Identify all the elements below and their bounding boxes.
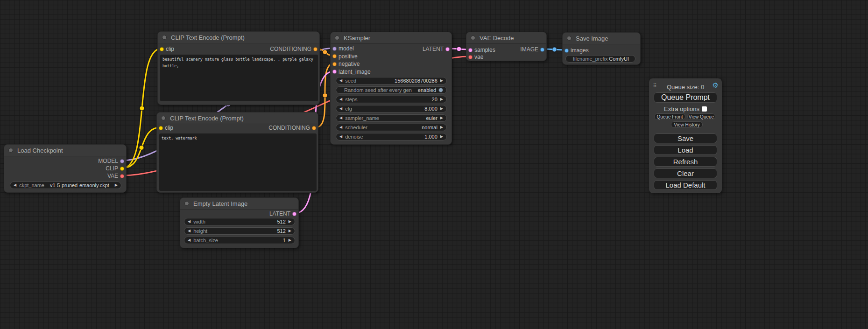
widget-width[interactable]: ◀ width 512 ▶: [184, 218, 295, 225]
node-vae-decode[interactable]: VAE Decode samples vae IMAGE: [466, 32, 547, 61]
output-port-clip[interactable]: [120, 167, 124, 171]
output-port-conditioning[interactable]: [312, 126, 316, 130]
widget-random-seed[interactable]: Random seed after every gen enabled: [336, 86, 447, 94]
output-label-latent: LATENT: [423, 46, 444, 52]
stepper-left-icon[interactable]: ◀: [14, 182, 16, 189]
stepper-left-icon[interactable]: ◀: [339, 124, 342, 131]
view-queue-button[interactable]: View Queue: [687, 113, 715, 120]
input-label-clip: clip: [165, 125, 173, 131]
widget-value: ComfyUI: [609, 56, 629, 62]
stepper-left-icon[interactable]: ◀: [188, 218, 191, 225]
widget-scheduler[interactable]: ◀ scheduler normal ▶: [336, 124, 447, 131]
stepper-left-icon[interactable]: ◀: [339, 115, 342, 121]
widget-denoise[interactable]: ◀ denoise 1.000 ▶: [336, 133, 447, 140]
node-title-bar[interactable]: Load Checkpoint: [4, 145, 126, 156]
link-midpoint-dot[interactable]: [457, 47, 461, 51]
widget-label: cfg: [345, 106, 352, 112]
stepper-right-icon[interactable]: ▶: [289, 218, 291, 225]
stepper-right-icon[interactable]: ▶: [440, 133, 443, 140]
node-clip-text-encode-negative[interactable]: CLIP Text Encode (Prompt) clip CONDITION…: [156, 112, 318, 193]
node-clip-text-encode-positive[interactable]: CLIP Text Encode (Prompt) clip CONDITION…: [157, 31, 320, 105]
collapse-dot-icon[interactable]: [8, 148, 13, 153]
input-port-vae[interactable]: [468, 55, 473, 59]
node-title-bar[interactable]: CLIP Text Encode (Prompt): [157, 112, 318, 124]
collapse-dot-icon[interactable]: [471, 35, 475, 40]
queue-prompt-button[interactable]: Queue Prompt: [654, 92, 717, 103]
stepper-left-icon[interactable]: ◀: [339, 96, 342, 103]
output-port-conditioning[interactable]: [313, 47, 318, 51]
collapse-dot-icon[interactable]: [184, 201, 189, 206]
input-port-model[interactable]: [332, 47, 337, 51]
collapse-dot-icon[interactable]: [335, 35, 339, 40]
stepper-left-icon[interactable]: ◀: [188, 228, 191, 234]
toggle-enabled-icon[interactable]: [438, 88, 443, 92]
load-default-button[interactable]: Load Default: [654, 180, 717, 190]
node-empty-latent-image[interactable]: Empty Latent Image LATENT ◀ width 512 ▶ …: [180, 197, 299, 248]
graph-canvas[interactable]: Load Checkpoint MODEL CLIP VAE ◀ ckpt_na…: [0, 0, 868, 329]
node-save-image[interactable]: Save Image images filename_prefix ComfyU…: [562, 32, 641, 65]
output-port-latent[interactable]: [445, 47, 450, 51]
input-port-latent-image[interactable]: [332, 70, 337, 74]
gear-icon[interactable]: ⚙: [713, 82, 719, 89]
refresh-button[interactable]: Refresh: [654, 157, 717, 167]
stepper-left-icon[interactable]: ◀: [188, 237, 191, 244]
widget-label: seed: [345, 78, 356, 84]
node-title-bar[interactable]: KSampler: [331, 32, 452, 44]
node-load-checkpoint[interactable]: Load Checkpoint MODEL CLIP VAE ◀ ckpt_na…: [4, 144, 127, 193]
stepper-right-icon[interactable]: ▶: [115, 182, 118, 189]
link-midpoint-dot[interactable]: [552, 47, 557, 52]
link-midpoint-dot[interactable]: [323, 50, 327, 55]
load-button[interactable]: Load: [654, 145, 717, 155]
stepper-right-icon[interactable]: ▶: [440, 96, 443, 103]
prompt-textarea[interactable]: text, watermark: [159, 133, 317, 191]
stepper-right-icon[interactable]: ▶: [289, 228, 291, 234]
queue-front-button[interactable]: Queue Front: [654, 113, 685, 120]
collapse-dot-icon[interactable]: [162, 35, 167, 40]
extra-options-checkbox[interactable]: [702, 106, 707, 112]
stepper-right-icon[interactable]: ▶: [440, 124, 443, 131]
node-title-bar[interactable]: Save Image: [563, 33, 640, 44]
stepper-right-icon[interactable]: ▶: [440, 115, 443, 121]
link-midpoint-dot[interactable]: [140, 106, 144, 111]
output-port-model[interactable]: [120, 159, 124, 163]
input-port-clip[interactable]: [160, 47, 164, 51]
node-title: KSampler: [344, 35, 370, 42]
widget-height[interactable]: ◀ height 512 ▶: [184, 227, 295, 235]
input-port-negative[interactable]: [332, 62, 337, 66]
collapse-dot-icon[interactable]: [161, 116, 166, 120]
input-label-vae: vae: [474, 54, 483, 60]
widget-ckpt-name[interactable]: ◀ ckpt_name v1-5-pruned-emaonly.ckpt ▶: [10, 182, 121, 189]
stepper-left-icon[interactable]: ◀: [339, 133, 342, 140]
collapse-dot-icon[interactable]: [567, 36, 572, 41]
widget-cfg[interactable]: ◀ cfg 8.000 ▶: [336, 105, 447, 112]
node-title-bar[interactable]: VAE Decode: [466, 32, 546, 44]
widget-batch-size[interactable]: ◀ batch_size 1 ▶: [184, 237, 295, 244]
output-label-latent: LATENT: [269, 210, 290, 217]
output-port-image[interactable]: [540, 48, 544, 52]
prompt-textarea[interactable]: beautiful scenery nature glass bottle la…: [160, 55, 318, 101]
node-title-bar[interactable]: CLIP Text Encode (Prompt): [158, 32, 319, 43]
widget-value: euler: [426, 115, 437, 121]
widget-sampler-name[interactable]: ◀ sampler_name euler ▶: [336, 114, 447, 122]
widget-seed[interactable]: ◀ seed 156680208700286 ▶: [336, 77, 447, 84]
stepper-left-icon[interactable]: ◀: [339, 105, 342, 112]
clear-button[interactable]: Clear: [654, 168, 717, 178]
output-port-latent[interactable]: [292, 212, 296, 216]
stepper-right-icon[interactable]: ▶: [440, 77, 443, 84]
link-midpoint-dot[interactable]: [323, 93, 327, 98]
stepper-left-icon[interactable]: ◀: [339, 77, 342, 84]
stepper-right-icon[interactable]: ▶: [440, 105, 443, 112]
node-title-bar[interactable]: Empty Latent Image: [180, 198, 298, 210]
input-port-samples[interactable]: [468, 48, 473, 52]
save-button[interactable]: Save: [654, 133, 717, 143]
view-history-button[interactable]: View History: [671, 121, 703, 128]
widget-filename-prefix[interactable]: filename_prefix ComfyUI: [565, 55, 635, 63]
stepper-right-icon[interactable]: ▶: [289, 237, 291, 244]
link-midpoint-dot[interactable]: [139, 146, 144, 150]
output-port-vae[interactable]: [120, 174, 124, 178]
input-port-positive[interactable]: [332, 54, 337, 58]
node-ksampler[interactable]: KSampler model positive negative latent_…: [330, 32, 452, 145]
input-port-images[interactable]: [565, 49, 569, 53]
widget-steps[interactable]: ◀ steps 20 ▶: [336, 96, 447, 103]
input-port-clip[interactable]: [159, 126, 163, 130]
